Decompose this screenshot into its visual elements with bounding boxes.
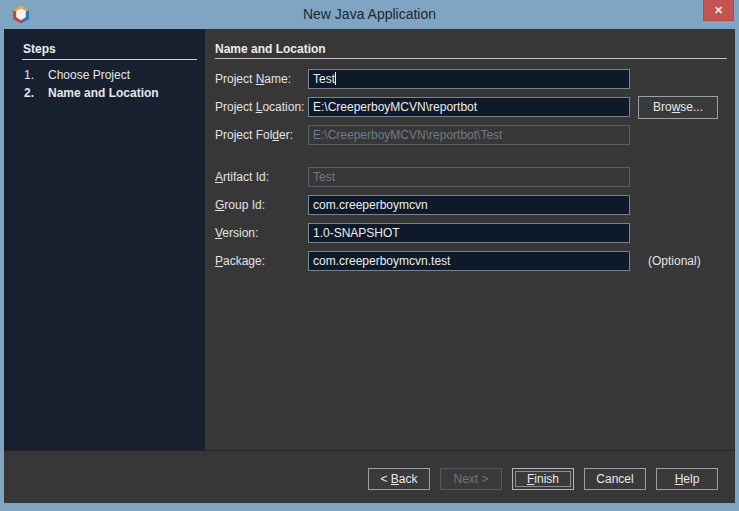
artifact-id-input: Test: [308, 167, 630, 187]
project-name-label: Project Name:: [215, 69, 291, 89]
dialog-body: Steps 1. Choose Project 2. Name and Loca…: [4, 29, 735, 503]
step-item-choose-project: 1. Choose Project: [4, 68, 205, 85]
step-item-name-and-location: 2. Name and Location: [4, 86, 205, 103]
artifact-id-label: Artifact Id:: [215, 167, 269, 187]
name-and-location-panel: Name and Location Project Name: Test Pro…: [205, 29, 735, 450]
version-input[interactable]: 1.0-SNAPSHOT: [308, 223, 630, 243]
finish-button[interactable]: Finish: [512, 468, 574, 490]
group-id-label: Group Id:: [215, 195, 265, 215]
step-label: Choose Project: [48, 68, 130, 82]
steps-panel: Steps 1. Choose Project 2. Name and Loca…: [4, 29, 205, 450]
cancel-button[interactable]: Cancel: [584, 468, 646, 490]
browse-button[interactable]: Browse...: [638, 96, 718, 119]
group-id-input[interactable]: com.creeperboymcvn: [308, 195, 630, 215]
close-button[interactable]: ✕: [703, 0, 734, 21]
step-label: Name and Location: [48, 86, 159, 100]
version-label: Version:: [215, 223, 258, 243]
project-folder-input: E:\CreeperboyMCVN\reportbot\Test: [308, 125, 630, 145]
project-location-label: Project Location:: [215, 97, 304, 117]
panel-heading: Name and Location: [215, 42, 326, 56]
back-button[interactable]: < Back: [368, 468, 430, 490]
project-location-input[interactable]: E:\CreeperboyMCVN\reportbot: [308, 97, 630, 117]
help-button[interactable]: Help: [656, 468, 718, 490]
new-java-application-dialog: New Java Application ✕ Steps 1. Choose P…: [0, 0, 739, 511]
step-number: 1.: [24, 68, 34, 82]
steps-heading: Steps: [23, 42, 56, 56]
project-name-input[interactable]: Test: [308, 69, 630, 89]
panel-divider: [215, 58, 727, 59]
project-folder-label: Project Folder:: [215, 125, 293, 145]
package-input[interactable]: com.creeperboymcvn.test: [308, 251, 630, 271]
titlebar[interactable]: New Java Application ✕: [0, 0, 739, 29]
window-title: New Java Application: [0, 6, 739, 22]
text-caret: [335, 72, 336, 85]
package-label: Package:: [215, 251, 265, 271]
footer-bar: < Back Next > Finish Cancel Help: [4, 450, 735, 503]
steps-divider: [22, 59, 197, 60]
optional-note: (Optional): [648, 251, 701, 271]
next-button: Next >: [440, 468, 502, 490]
step-number: 2.: [24, 86, 34, 100]
